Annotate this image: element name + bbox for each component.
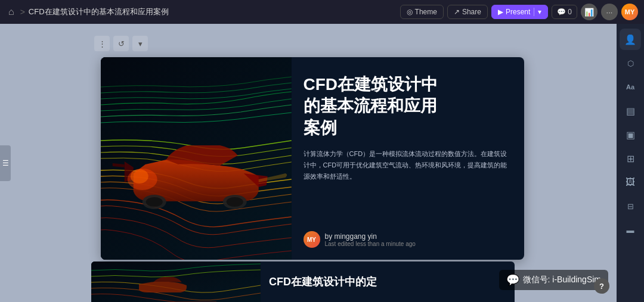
watermark: 💬 微信号: i-BuildingSim	[499, 270, 608, 290]
slide-title: CFD在建筑设计中的基本流程和应用案例	[304, 74, 510, 139]
right-sidebar: 👤 ⬡ Aa ▤ ▣ ⊞ 🖼 ⊟ ▬	[617, 24, 644, 302]
slide-card: CFD在建筑设计中的基本流程和应用案例 计算流体力学（CFD）是一种模拟流体流动…	[101, 57, 524, 260]
sidebar-tool-layers[interactable]: ⊞	[620, 148, 641, 169]
slide-description: 计算流体力学（CFD）是一种模拟流体流动过程的数值方法。在建筑设计中，CFD可用…	[304, 148, 510, 182]
svg-point-6	[131, 169, 148, 183]
layers-icon: ⊞	[627, 153, 634, 164]
user-avatar[interactable]: MY	[621, 4, 638, 20]
layout-icon: ▤	[626, 105, 635, 117]
sidebar-tool-palette[interactable]: ⬡	[620, 52, 641, 74]
play-icon: ▶	[498, 8, 503, 16]
slide-rotate-button[interactable]: ↺	[113, 36, 129, 51]
share-button[interactable]: ↗ Share	[447, 5, 488, 19]
cfd-visualization	[101, 57, 292, 260]
sidebar-tool-table[interactable]: ⊟	[620, 195, 641, 217]
more-button[interactable]: ···	[601, 4, 618, 20]
breadcrumb-separator: >	[20, 7, 25, 17]
home-button[interactable]: ⌂	[6, 5, 17, 18]
more-icon: ···	[606, 8, 613, 17]
wechat-icon: 💬	[506, 273, 519, 287]
sidebar-tool-layout[interactable]: ▤	[620, 100, 641, 122]
table-icon: ⊟	[627, 202, 634, 211]
present-dropdown-icon[interactable]: ▾	[534, 8, 541, 16]
topbar: ⌂ > CFD在建筑设计中的基本流程和应用案例 ◎ Theme ↗ Share …	[0, 0, 644, 24]
watermark-text: 微信号: i-BuildingSim	[523, 275, 601, 285]
slide-more-button[interactable]: ⋮	[94, 36, 110, 51]
next-slide-title-area: CFD在建筑设计中的定	[261, 261, 385, 302]
author-time: Last edited less than a minute ago	[325, 241, 416, 247]
theme-button[interactable]: ◎ Theme	[400, 5, 444, 19]
screen-icon: ▣	[626, 129, 635, 141]
sidebar-tool-screen[interactable]: ▣	[620, 124, 641, 145]
share-icon: ↗	[454, 8, 460, 16]
theme-icon: ◎	[407, 8, 413, 16]
slide-content: CFD在建筑设计中的基本流程和应用案例 计算流体力学（CFD）是一种模拟流体流动…	[292, 57, 525, 260]
text-icon: Aa	[626, 83, 634, 91]
sidebar-tool-text[interactable]: Aa	[620, 76, 641, 98]
slide-image	[101, 57, 292, 260]
document-title: CFD在建筑设计中的基本流程和应用案例	[29, 7, 397, 17]
chart-icon: 📊	[584, 8, 594, 17]
comment-button[interactable]: 💬 0	[552, 5, 577, 19]
slide-editor: ⋮ ↺ ▾	[11, 24, 614, 302]
sidebar-tool-person[interactable]: 👤	[620, 29, 641, 50]
topbar-actions: ◎ Theme ↗ Share ▶ Present ▾ 💬 0 📊 ··· MY	[400, 4, 638, 20]
next-slide-title: CFD在建筑设计中的定	[269, 275, 377, 289]
author-avatar: MY	[304, 231, 320, 248]
slide-author: MY by minggang yin Last edited less than…	[304, 231, 510, 248]
analytics-button[interactable]: 📊	[581, 4, 597, 20]
author-info: by minggang yin Last edited less than a …	[325, 232, 416, 247]
next-slide-image	[91, 261, 261, 302]
slide-toolbar: ⋮ ↺ ▾	[94, 36, 148, 51]
author-name: by minggang yin	[325, 232, 416, 241]
palette-icon: ⬡	[627, 59, 634, 68]
question-mark-icon: ?	[599, 282, 604, 291]
svg-point-4	[227, 197, 243, 207]
present-button[interactable]: ▶ Present ▾	[491, 5, 548, 19]
help-button[interactable]: ?	[594, 278, 609, 294]
card-icon: ▬	[627, 226, 634, 235]
sidebar-toggle[interactable]: ☰	[0, 145, 11, 181]
sidebar-tool-card[interactable]: ▬	[620, 219, 641, 241]
comment-icon: 💬	[557, 8, 566, 16]
main-area: ☰ ⋮ ↺ ▾	[0, 24, 644, 302]
cfd-streamlines-svg	[101, 57, 292, 260]
sidebar-tool-image[interactable]: 🖼	[620, 172, 641, 193]
next-slide-card: CFD在建筑设计中的定	[91, 261, 515, 302]
person-icon: 👤	[624, 34, 636, 45]
menu-icon: ☰	[2, 159, 9, 167]
image-icon: 🖼	[626, 177, 635, 188]
svg-point-2	[146, 197, 163, 207]
slide-dropdown-button[interactable]: ▾	[132, 36, 148, 51]
